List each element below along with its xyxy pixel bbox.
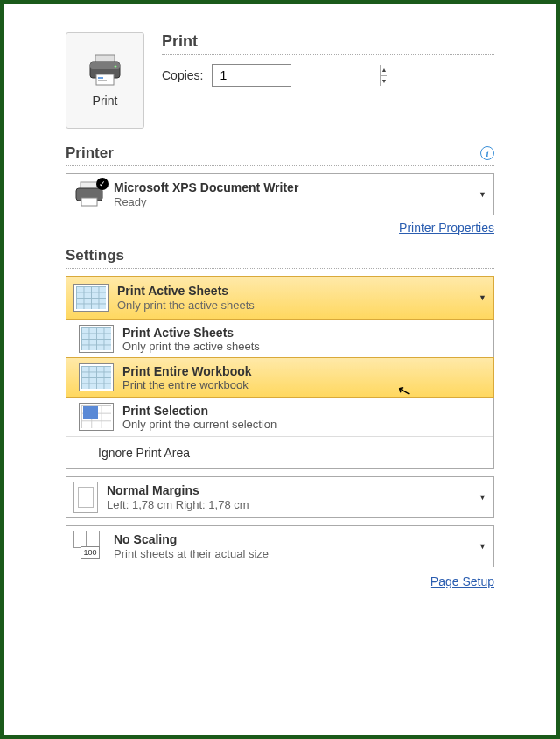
printer-status: Ready xyxy=(114,195,470,209)
print-title: Print xyxy=(162,32,494,55)
chevron-down-icon: ▼ xyxy=(479,293,486,302)
printer-name: Microsoft XPS Document Writer xyxy=(114,180,470,195)
print-button-label: Print xyxy=(93,94,118,108)
print-what-menu: Print Active Sheets Only print the activ… xyxy=(66,320,494,469)
option-print-selection[interactable]: Print Selection Only print the current s… xyxy=(66,397,494,436)
printer-device-icon: ✓ xyxy=(74,181,105,208)
scaling-sub: Print sheets at their actual size xyxy=(114,547,470,561)
option-print-entire-workbook[interactable]: Print Entire Workbook Print the entire w… xyxy=(66,357,494,398)
margins-sub: Left: 1,78 cm Right: 1,78 cm xyxy=(107,498,470,512)
settings-section: Print Active Sheets Only print the activ… xyxy=(66,276,494,588)
printer-properties-row: Printer Properties xyxy=(66,221,494,235)
svg-point-3 xyxy=(115,66,117,68)
margins-icon xyxy=(74,482,98,513)
svg-rect-6 xyxy=(98,80,107,81)
sheets-icon xyxy=(74,284,108,312)
copies-spinner[interactable]: ▲ ▼ xyxy=(212,64,290,87)
scaling-dropdown[interactable]: 100 No Scaling Print sheets at their act… xyxy=(66,525,494,567)
scaling-badge: 100 xyxy=(80,546,100,559)
printer-ready-badge-icon: ✓ xyxy=(96,178,108,190)
copies-label: Copies: xyxy=(162,68,203,82)
margins-dropdown[interactable]: Normal Margins Left: 1,78 cm Right: 1,78… xyxy=(66,476,494,518)
sheets-icon xyxy=(79,325,114,353)
svg-rect-9 xyxy=(81,198,97,206)
copies-down-icon[interactable]: ▼ xyxy=(381,76,387,87)
option-sub: Only print the current selection xyxy=(122,418,276,431)
copies-up-icon[interactable]: ▲ xyxy=(381,65,387,76)
page-setup-row: Page Setup xyxy=(66,574,494,588)
svg-rect-5 xyxy=(98,77,103,79)
printer-section-title: Printer xyxy=(66,144,114,162)
top-row: Print Print Copies: ▲ ▼ xyxy=(66,32,494,129)
copies-row: Copies: ▲ ▼ xyxy=(162,64,494,87)
printer-icon xyxy=(87,53,123,87)
selection-icon xyxy=(79,403,114,431)
option-title: Print Entire Workbook xyxy=(122,364,252,378)
printer-dropdown[interactable]: ✓ Microsoft XPS Document Writer Ready ▼ xyxy=(66,173,494,215)
option-print-active-sheets[interactable]: Print Active Sheets Only print the activ… xyxy=(66,320,494,358)
print-what-sub: Only print the active sheets xyxy=(117,299,470,313)
settings-section-title: Settings xyxy=(66,247,124,264)
option-sub: Print the entire workbook xyxy=(122,378,252,391)
option-sub: Only print the active sheets xyxy=(122,340,260,353)
printer-properties-link[interactable]: Printer Properties xyxy=(399,221,494,235)
option-title: Print Active Sheets xyxy=(122,326,260,340)
copies-input[interactable] xyxy=(213,65,380,86)
scaling-icon: 100 xyxy=(74,531,105,562)
chevron-down-icon: ▼ xyxy=(479,190,486,199)
copies-spinner-arrows: ▲ ▼ xyxy=(380,65,387,86)
chevron-down-icon: ▼ xyxy=(479,542,486,551)
print-backstage-panel: Print Print Copies: ▲ ▼ Printer i xyxy=(0,0,560,739)
settings-section-header: Settings xyxy=(66,247,494,269)
printer-section-header: Printer i xyxy=(66,144,494,166)
print-title-area: Print Copies: ▲ ▼ xyxy=(162,32,494,129)
page-setup-link[interactable]: Page Setup xyxy=(430,574,494,588)
workbook-icon xyxy=(79,363,114,391)
chevron-down-icon: ▼ xyxy=(479,493,486,502)
scaling-title: No Scaling xyxy=(114,532,470,547)
print-what-dropdown[interactable]: Print Active Sheets Only print the activ… xyxy=(66,276,494,320)
print-button[interactable]: Print xyxy=(66,32,144,129)
option-title: Print Selection xyxy=(122,404,276,418)
margins-title: Normal Margins xyxy=(107,483,470,498)
option-ignore-print-area[interactable]: Ignore Print Area xyxy=(66,436,494,468)
info-icon[interactable]: i xyxy=(480,146,494,160)
print-what-title: Print Active Sheets xyxy=(117,284,470,299)
